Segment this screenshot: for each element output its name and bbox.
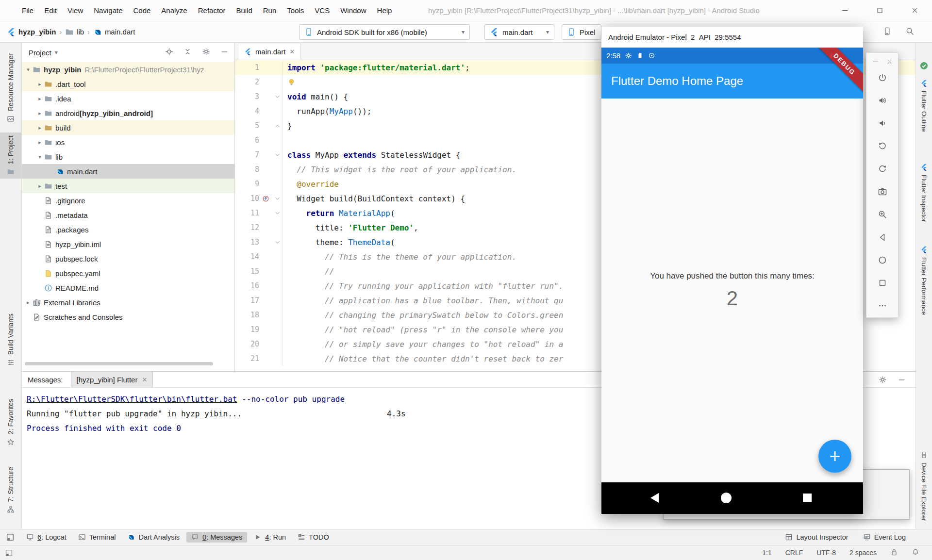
tree-collapsed-icon[interactable]: ▸ bbox=[35, 139, 44, 146]
menu-code[interactable]: Code bbox=[128, 4, 156, 17]
tree-row-hyzp_yibin[interactable]: ▾hyzp_yibinR:\FlutterProject\FlutterProj… bbox=[22, 62, 234, 77]
power-button[interactable] bbox=[878, 73, 887, 84]
project-panel-title[interactable]: Project bbox=[29, 49, 51, 57]
close-tab-icon[interactable]: ✕ bbox=[290, 48, 295, 55]
collapse-all-button[interactable] bbox=[183, 48, 192, 57]
tree-row-ios[interactable]: ▸ios bbox=[22, 135, 234, 149]
override-marker[interactable] bbox=[259, 195, 272, 202]
device-selector[interactable]: Android SDK built for x86 (mobile) ▾ bbox=[299, 24, 470, 40]
locate-button[interactable] bbox=[165, 48, 173, 57]
status-item-utf-8[interactable]: UTF-8 bbox=[816, 549, 836, 557]
tree-collapsed-icon[interactable]: ▸ bbox=[35, 110, 44, 116]
stripe-button-2-favorites[interactable]: 2: Favorites bbox=[0, 396, 21, 449]
status-item-2-spaces[interactable]: 2 spaces bbox=[849, 549, 877, 557]
tool-windows-toggle-icon[interactable] bbox=[6, 533, 15, 542]
tree-row-main-dart[interactable]: main.dart bbox=[22, 164, 234, 179]
tree-row-scratches-and-consoles[interactable]: Scratches and Consoles bbox=[22, 310, 234, 324]
breadcrumb-item-hyzp_yibin[interactable]: hyzp_yibin bbox=[7, 28, 56, 36]
stripe-button-1-project[interactable]: 1: Project bbox=[0, 132, 21, 179]
tree-expanded-icon[interactable]: ▾ bbox=[24, 66, 33, 73]
status-item-1-1[interactable]: 1:1 bbox=[762, 549, 771, 557]
inspections-ok-icon[interactable] bbox=[919, 61, 929, 70]
more-button[interactable] bbox=[878, 301, 887, 312]
horizontal-scrollbar[interactable] bbox=[25, 362, 213, 365]
toolwindow-button-6-logcat[interactable]: 6: Logcat bbox=[21, 532, 71, 543]
tree-row-readme-md[interactable]: README.md bbox=[22, 280, 234, 295]
console-command-link[interactable]: R:\Flutter\FlutterSDK\flutter\bin\flutte… bbox=[27, 395, 237, 404]
close-tab-icon[interactable]: ✕ bbox=[142, 376, 147, 383]
tree-collapsed-icon[interactable]: ▸ bbox=[35, 96, 44, 102]
emulator-screen[interactable]: 2:58 Flutter Demo Home Page DEBUG You ha… bbox=[601, 48, 863, 514]
minimize-icon[interactable] bbox=[872, 59, 879, 65]
volume-up-button[interactable] bbox=[878, 96, 887, 107]
tree-row--dart_tool[interactable]: ▸.dart_tool bbox=[22, 77, 234, 91]
tree-collapsed-icon[interactable]: ▸ bbox=[35, 183, 44, 189]
volume-down-button[interactable] bbox=[878, 118, 887, 130]
tree-expanded-icon[interactable]: ▾ bbox=[35, 154, 44, 160]
fold-toggle[interactable] bbox=[272, 123, 283, 129]
camera-button[interactable] bbox=[878, 187, 887, 198]
notifications-button[interactable] bbox=[912, 548, 919, 558]
back-button[interactable] bbox=[878, 232, 887, 244]
stripe-button-resource-manager[interactable]: Resource Manager bbox=[0, 50, 21, 126]
search-button[interactable] bbox=[905, 27, 915, 37]
rotate-right-button[interactable] bbox=[878, 164, 887, 175]
breadcrumb-item-main-dart[interactable]: main.dart bbox=[93, 28, 135, 36]
overview-icon[interactable] bbox=[803, 494, 812, 502]
tool-windows-icon[interactable] bbox=[5, 549, 13, 557]
menu-analyze[interactable]: Analyze bbox=[156, 4, 192, 17]
toolwindow-button-4-run[interactable]: 4: Run bbox=[249, 532, 291, 543]
menu-run[interactable]: Run bbox=[258, 4, 282, 17]
fold-toggle[interactable] bbox=[272, 239, 283, 246]
menu-help[interactable]: Help bbox=[372, 4, 398, 17]
intention-bulb-icon[interactable] bbox=[287, 78, 296, 86]
readonly-lock-button[interactable] bbox=[890, 548, 898, 558]
tree-row-pubspec-yaml[interactable]: pubspec.yaml bbox=[22, 266, 234, 280]
minimize-button[interactable] bbox=[827, 0, 862, 21]
run-config-selector[interactable]: main.dart ▾ bbox=[484, 24, 554, 40]
tree-row-pubspec-lock[interactable]: pubspec.lock bbox=[22, 251, 234, 266]
breadcrumb-item-lib[interactable]: lib bbox=[65, 28, 84, 36]
hide-button[interactable] bbox=[220, 48, 229, 57]
toolwindow-button-dart-analysis[interactable]: Dart Analysis bbox=[122, 532, 184, 543]
menu-tools[interactable]: Tools bbox=[282, 4, 309, 17]
stripe-button-build-variants[interactable]: Build Variants bbox=[0, 311, 21, 369]
menu-edit[interactable]: Edit bbox=[39, 4, 62, 17]
status-item-crlf[interactable]: CRLF bbox=[785, 549, 803, 557]
tree-collapsed-icon[interactable]: ▸ bbox=[35, 81, 44, 87]
toolwindow-button-0-messages[interactable]: 0: Messages bbox=[186, 532, 247, 543]
fold-toggle[interactable] bbox=[272, 210, 283, 216]
tree-row-test[interactable]: ▸test bbox=[22, 179, 234, 193]
tree-row-lib[interactable]: ▾lib bbox=[22, 149, 234, 164]
toolwindow-button-event-log[interactable]: Event Log bbox=[858, 532, 911, 543]
tree-collapsed-icon[interactable]: ▸ bbox=[35, 125, 44, 131]
tree-row--gitignore[interactable]: .gitignore bbox=[22, 193, 234, 208]
back-icon[interactable] bbox=[650, 493, 659, 503]
toolwindow-button-terminal[interactable]: Terminal bbox=[73, 532, 121, 543]
close-button[interactable] bbox=[897, 0, 932, 21]
zoom-button[interactable] bbox=[878, 210, 887, 221]
stripe-button-7-structure[interactable]: 7: Structure bbox=[0, 464, 21, 516]
menu-navigate[interactable]: Navigate bbox=[88, 4, 128, 17]
menu-file[interactable]: File bbox=[17, 4, 39, 17]
tree-row-android[interactable]: ▸android [hyzp_yibin_android] bbox=[22, 106, 234, 120]
tree-row--packages[interactable]: .packages bbox=[22, 222, 234, 237]
toolwindow-button-layout-inspector[interactable]: Layout Inspector bbox=[780, 532, 853, 543]
tree-row-hyzp_yibin-iml[interactable]: hyzp_yibin.iml bbox=[22, 237, 234, 251]
stripe-button-flutter-inspector[interactable]: Flutter Inspector bbox=[916, 162, 932, 224]
menu-build[interactable]: Build bbox=[231, 4, 257, 17]
stripe-button-flutter-outline[interactable]: Flutter Outline bbox=[916, 78, 932, 134]
close-icon[interactable] bbox=[886, 59, 893, 65]
increment-fab[interactable]: + bbox=[818, 440, 851, 473]
tree-row--idea[interactable]: ▸.idea bbox=[22, 91, 234, 106]
messages-tab[interactable]: [hyzp_yibin] Flutter ✕ bbox=[71, 372, 153, 387]
home-icon[interactable] bbox=[721, 493, 732, 503]
menu-vcs[interactable]: VCS bbox=[309, 4, 335, 17]
fold-toggle[interactable] bbox=[272, 196, 283, 202]
tab-main-dart[interactable]: main.dart ✕ bbox=[238, 43, 301, 60]
target-device-selector[interactable]: Pixel bbox=[562, 24, 601, 40]
fold-toggle[interactable] bbox=[272, 152, 283, 158]
tree-collapsed-icon[interactable]: ▸ bbox=[24, 299, 33, 306]
stripe-button-device-file-explorer[interactable]: Device File Explorer bbox=[916, 449, 932, 523]
tree-row--metadata[interactable]: .metadata bbox=[22, 208, 234, 222]
